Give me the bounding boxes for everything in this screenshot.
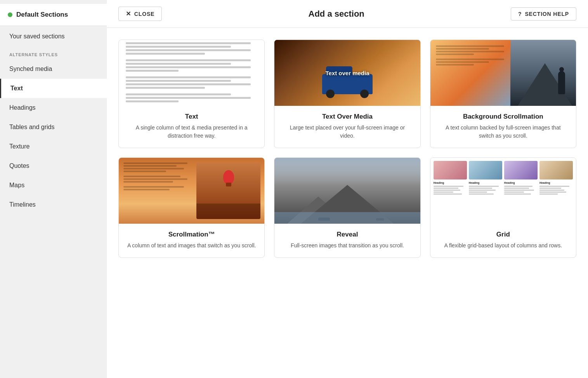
sidebar-item-text[interactable]: Text: [0, 79, 107, 98]
card-text-info: Text A single column of text & media pre…: [119, 106, 264, 148]
card-grid-desc: A flexible grid-based layout of columns …: [438, 242, 568, 250]
card-text-title: Text: [127, 113, 257, 121]
sidebar-item-texture[interactable]: Texture: [0, 137, 107, 156]
sidebar-nav: Synched media Text Headings Tables and g…: [0, 59, 107, 214]
active-indicator: [8, 12, 12, 17]
grid-row-1: Text A single column of text & media pre…: [118, 40, 576, 148]
sidebar-item-maps[interactable]: Maps: [0, 176, 107, 195]
sidebar-item-quotes[interactable]: Quotes: [0, 156, 107, 176]
card-grid-preview: Heading Heading Heading Heading: [430, 158, 576, 224]
card-grid-title: Grid: [438, 231, 568, 238]
close-label: CLOSE: [134, 11, 154, 17]
sidebar-item-tables-grids[interactable]: Tables and grids: [0, 117, 107, 137]
card-tom-preview: Text over media: [274, 40, 420, 106]
default-sections-header: Default Sections: [0, 4, 107, 26]
text-preview-content: [119, 40, 264, 106]
card-bgs[interactable]: Background Scrollmation A text column ba…: [430, 40, 576, 148]
saved-sections-link[interactable]: Your saved sections: [0, 27, 107, 46]
sidebar-item-synched-media[interactable]: Synched media: [0, 59, 107, 79]
card-text[interactable]: Text A single column of text & media pre…: [118, 40, 265, 148]
card-text-preview: [119, 40, 264, 106]
sidebar-item-timelines[interactable]: Timelines: [0, 195, 107, 214]
card-text-over-media[interactable]: Text over media Text Over Media Large te…: [274, 40, 420, 148]
card-scrollmation[interactable]: Scrollmation™ A column of text and image…: [118, 157, 265, 258]
card-reveal-desc: Full-screen images that transition as yo…: [282, 242, 412, 250]
sidebar-item-headings[interactable]: Headings: [0, 98, 107, 117]
alternate-styles-label: ALTERNATE STYLES: [0, 46, 107, 59]
close-button[interactable]: ✕ CLOSE: [118, 7, 162, 21]
default-sections-label: Default Sections: [16, 11, 68, 19]
page-title: Add a section: [309, 9, 364, 19]
card-grid[interactable]: Heading Heading Heading Heading: [430, 157, 576, 258]
card-grid-info: Grid A flexible grid-based layout of col…: [430, 224, 576, 257]
card-reveal[interactable]: Reveal Full-screen images that transitio…: [274, 157, 420, 258]
card-scrollmation-title: Scrollmation™: [127, 231, 257, 238]
card-bgs-desc: A text column backed by full-screen imag…: [438, 124, 568, 140]
tom-overlay-label: Text over media: [325, 70, 369, 76]
card-bgs-title: Background Scrollmation: [438, 113, 568, 121]
sidebar: Default Sections Your saved sections ALT…: [0, 0, 107, 378]
grid-row-2: Scrollmation™ A column of text and image…: [118, 157, 576, 258]
card-scrollmation-info: Scrollmation™ A column of text and image…: [119, 224, 264, 257]
card-tom-info: Text Over Media Large text placed over y…: [274, 106, 420, 148]
close-icon: ✕: [126, 10, 131, 17]
card-scrollmation-desc: A column of text and images that switch …: [127, 242, 257, 250]
card-reveal-info: Reveal Full-screen images that transitio…: [274, 224, 420, 257]
card-tom-desc: Large text placed over your full-screen …: [282, 124, 412, 140]
card-reveal-title: Reveal: [282, 231, 412, 238]
main-content: ✕ CLOSE Add a section ? SECTION HELP: [107, 0, 588, 378]
card-bgs-preview: [430, 40, 576, 106]
section-help-label: SECTION HELP: [525, 11, 569, 17]
section-help-button[interactable]: ? SECTION HELP: [511, 7, 576, 21]
sections-grid: Text A single column of text & media pre…: [107, 28, 588, 378]
help-icon: ?: [518, 11, 522, 17]
card-reveal-preview: [274, 158, 420, 224]
card-tom-title: Text Over Media: [282, 113, 412, 121]
card-scrollmation-preview: [119, 158, 264, 224]
topbar: ✕ CLOSE Add a section ? SECTION HELP: [107, 0, 588, 28]
card-text-desc: A single column of text & media presente…: [127, 124, 257, 140]
water-reflection: [274, 212, 420, 224]
card-bgs-info: Background Scrollmation A text column ba…: [430, 106, 576, 148]
